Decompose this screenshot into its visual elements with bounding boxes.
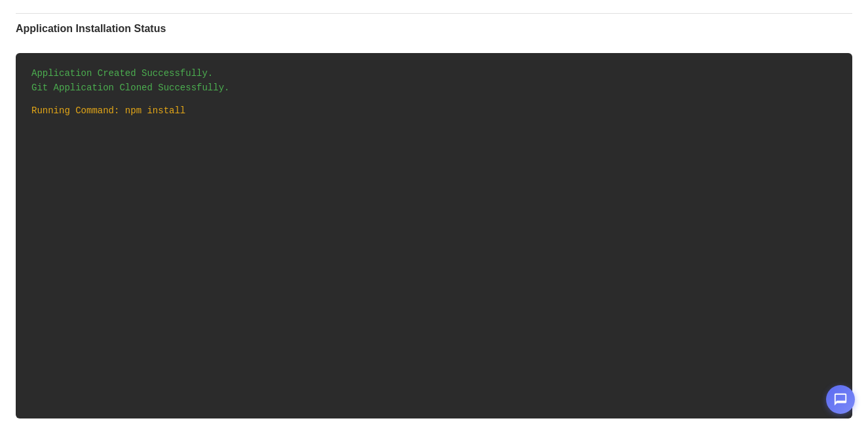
chat-button[interactable] (826, 385, 855, 414)
terminal-spacer (31, 96, 837, 103)
terminal-line-1: Application Created Successfully. (31, 66, 837, 81)
page-container: Application Installation Status Applicat… (0, 0, 868, 427)
page-title: Application Installation Status (16, 13, 852, 44)
terminal-line-2: Git Application Cloned Successfully. (31, 81, 837, 95)
chat-bubble-icon (833, 392, 848, 407)
terminal-line-3: Running Command: npm install (31, 103, 837, 118)
terminal-output: Application Created Successfully. Git Ap… (16, 53, 852, 418)
